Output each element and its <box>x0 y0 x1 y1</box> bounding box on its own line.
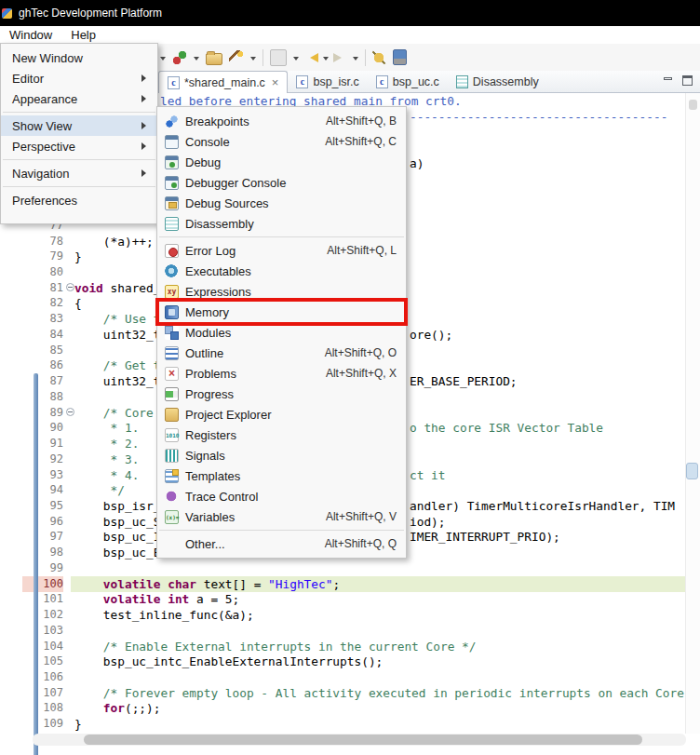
menu-item-perspective[interactable]: Perspective <box>1 136 157 156</box>
menu-item-signals[interactable]: Signals <box>157 445 406 465</box>
menu-item-accelerator: Alt+Shift+Q, C <box>325 135 397 148</box>
overview-marker[interactable] <box>689 100 697 110</box>
code-line-102: 102 test_inline_func(&a); <box>0 607 686 623</box>
menu-item-label: Appearance <box>12 92 77 106</box>
open-file-icon[interactable] <box>206 53 222 65</box>
titlebar: ghTec Development Platform <box>0 0 700 26</box>
code-line-101: 101 volatile int a = 5; <box>0 591 686 607</box>
forward-navigation-icon[interactable] <box>333 53 346 62</box>
menu-item-modules[interactable]: Modules <box>157 322 406 343</box>
executables-icon <box>165 264 179 278</box>
code-line-text: /* Enable External interrupts in the cur… <box>74 639 476 654</box>
menu-item-debugger-console[interactable]: Debugger Console <box>157 172 406 193</box>
fold-collapse-icon[interactable] <box>66 283 74 291</box>
menu-item-disassembly[interactable]: Disassembly <box>157 213 406 234</box>
dropdown-arrow-icon[interactable] <box>250 57 256 63</box>
menu-item-preferences[interactable]: Preferences <box>1 190 157 210</box>
menu-item-debug-sources[interactable]: Debug Sources <box>157 193 406 213</box>
vertical-scrollbar-thumb[interactable] <box>686 463 698 479</box>
menu-item-registers[interactable]: Registers <box>157 425 406 445</box>
pin-editor-icon[interactable] <box>393 49 407 65</box>
code-line-text: bsp_uc_Se <box>74 514 168 530</box>
skip-breakpoints-icon[interactable] <box>270 49 287 66</box>
menu-item-templates[interactable]: Templates <box>157 465 406 486</box>
menu-item-label: Preferences <box>12 194 77 208</box>
debug-icon <box>165 155 179 169</box>
tab-disassembly[interactable]: Disassembly <box>448 71 547 93</box>
menu-item-expressions[interactable]: Expressions <box>157 281 406 302</box>
menu-item-memory[interactable]: Memory <box>157 302 406 322</box>
submenu-arrow-icon <box>141 95 150 102</box>
menu-item-label: New Window <box>12 51 83 65</box>
menu-window[interactable]: Window <box>0 27 61 43</box>
menu-item-label: Variables <box>185 510 319 524</box>
horizontal-scrollbar-thumb[interactable] <box>84 735 642 745</box>
line-number: 85 <box>22 343 63 358</box>
tab-bsp-uc-c[interactable]: bsp_uc.c <box>368 71 448 93</box>
menu-item-variables[interactable]: VariablesAlt+Shift+Q, V <box>157 506 406 527</box>
menu-item-breakpoints[interactable]: BreakpointsAlt+Shift+Q, B <box>157 111 406 131</box>
menu-help[interactable]: Help <box>61 27 105 43</box>
dropdown-arrow-icon[interactable] <box>293 57 299 63</box>
menu-item-debug[interactable]: Debug <box>157 152 406 172</box>
code-line-text: /* Use th <box>74 311 168 327</box>
console-icon <box>165 135 179 149</box>
new-wizard-icon[interactable] <box>229 50 244 65</box>
submenu-arrow-icon <box>141 142 150 150</box>
menu-item-accelerator: Alt+Shift+Q, L <box>327 244 397 257</box>
menu-item-new-window[interactable]: New Window <box>1 47 157 68</box>
tab-label: Disassembly <box>473 75 539 88</box>
menu-item-show-view[interactable]: Show View <box>1 115 157 136</box>
menu-item-navigation[interactable]: Navigation <box>1 163 157 183</box>
dropdown-arrow-icon[interactable] <box>353 57 358 63</box>
menu-item-executables[interactable]: Executables <box>157 261 406 281</box>
menu-item-label: Breakpoints <box>185 115 319 128</box>
code-line-text: { <box>74 295 82 311</box>
variables-icon <box>165 510 179 524</box>
c-file-icon <box>296 75 308 88</box>
horizontal-scrollbar[interactable] <box>33 734 686 746</box>
menu-item-trace-control[interactable]: Trace Control <box>157 486 406 506</box>
menu-item-label: Debug <box>185 155 397 169</box>
code-line-text: volatile char text[] = "HighTec"; <box>74 576 340 592</box>
code-line-text: * 3. <box>74 452 146 467</box>
menu-separator <box>3 186 155 187</box>
back-navigation-icon[interactable] <box>305 53 318 62</box>
code-line-text: volatile int a = 5; <box>74 591 239 607</box>
line-number: 100 <box>22 576 63 592</box>
last-edit-location-icon[interactable] <box>372 50 386 64</box>
menu-item-other[interactable]: Other...Alt+Shift+Q, Q <box>157 533 406 554</box>
expressions-icon <box>165 285 179 299</box>
problems-icon <box>165 367 179 381</box>
dropdown-arrow-icon[interactable] <box>160 57 166 63</box>
menu-item-appearance[interactable]: Appearance <box>1 88 157 109</box>
code-line-103: 103 <box>0 623 686 639</box>
fold-collapse-icon[interactable] <box>66 408 74 416</box>
dropdown-arrow-icon[interactable] <box>194 57 199 63</box>
menu-item-problems[interactable]: ProblemsAlt+Shift+Q, X <box>157 363 406 384</box>
menu-item-progress[interactable]: Progress <box>157 384 406 404</box>
menu-item-label: Debugger Console <box>185 176 397 190</box>
code-line-text: /* Forever empty loop - All activity exe… <box>74 685 686 701</box>
menu-item-outline[interactable]: OutlineAlt+Shift+Q, O <box>157 343 406 363</box>
menu-item-label: Disassembly <box>185 217 397 231</box>
overview-ruler[interactable] <box>685 93 700 734</box>
menu-item-editor[interactable]: Editor <box>1 68 157 88</box>
menu-item-error-log[interactable]: Error LogAlt+Shift+Q, L <box>157 240 406 261</box>
code-line-text: * 1. <box>74 420 146 436</box>
minimize-icon[interactable] <box>663 75 673 86</box>
dropdown-arrow-icon[interactable] <box>323 57 329 63</box>
submenu-arrow-icon <box>141 169 150 177</box>
code-line-text: /* Core <box>74 405 160 421</box>
tab-bsp-isr-c[interactable]: bsp_isr.c <box>288 71 367 93</box>
code-line-text: uint32_t <box>74 327 160 343</box>
launch-icon[interactable] <box>172 50 187 65</box>
maximize-icon[interactable] <box>682 75 693 86</box>
menu-item-console[interactable]: ConsoleAlt+Shift+Q, C <box>157 131 406 152</box>
error-log-icon <box>165 244 179 258</box>
line-number: 94 <box>22 482 63 498</box>
menu-item-label: Memory <box>185 305 397 319</box>
menu-item-project-explorer[interactable]: Project Explorer <box>157 404 406 425</box>
tab-shared-main-c[interactable]: *shared_main.c× <box>158 71 288 93</box>
close-icon[interactable]: × <box>272 75 279 89</box>
